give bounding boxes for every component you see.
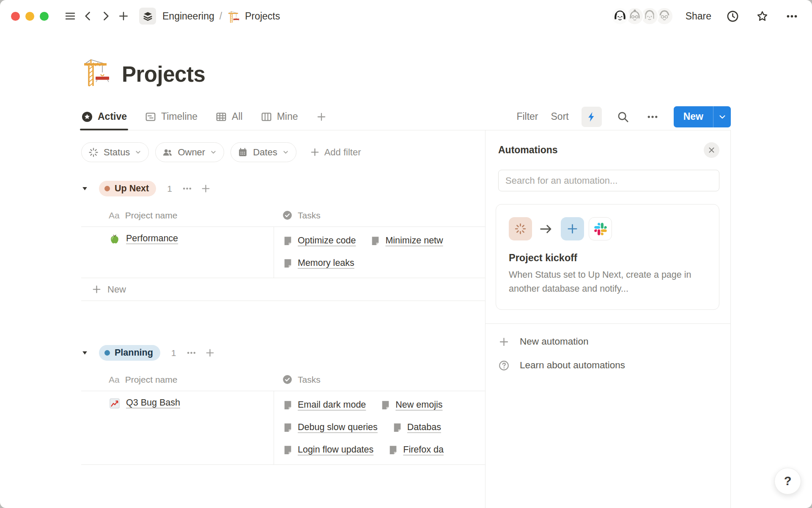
more-options-button[interactable]: [783, 8, 800, 25]
column-header-project-name[interactable]: Project name: [125, 375, 178, 385]
breadcrumb-workspace[interactable]: Engineering: [162, 11, 214, 22]
add-filter-button[interactable]: Add filter: [310, 147, 361, 158]
tab-label: Mine: [277, 111, 298, 122]
tab-active[interactable]: Active: [81, 103, 127, 130]
chevron-left-icon: [82, 10, 94, 22]
learn-about-automations-button[interactable]: Learn about automations: [498, 353, 719, 377]
task-link[interactable]: New emojis: [380, 400, 442, 410]
filter-chip-dates[interactable]: Dates: [230, 142, 296, 162]
automation-search-input[interactable]: [498, 170, 719, 191]
search-view-button[interactable]: [614, 108, 631, 125]
column-header-tasks[interactable]: Tasks: [298, 375, 321, 385]
ellipsis-icon: [646, 110, 659, 123]
column-header-tasks[interactable]: Tasks: [298, 210, 321, 221]
favorite-button[interactable]: [754, 8, 771, 25]
group-add-button[interactable]: [198, 181, 214, 196]
view-more-button[interactable]: [644, 108, 661, 125]
group-add-button[interactable]: [202, 345, 217, 361]
automations-panel: Automations: [486, 130, 731, 508]
group-more-button[interactable]: [180, 181, 195, 196]
tasks-cell: Optimize code Minimize netw: [274, 227, 485, 278]
new-automation-button[interactable]: New automation: [498, 330, 719, 353]
chevron-down-icon: [282, 149, 289, 156]
group-name: Planning: [115, 348, 153, 358]
star-circle-icon: [81, 111, 93, 123]
close-window-button[interactable]: [11, 12, 20, 21]
chip-label: Status: [104, 147, 130, 158]
help-button[interactable]: ?: [774, 468, 801, 494]
minimize-window-button[interactable]: [25, 12, 34, 21]
task-link[interactable]: Login flow updates: [283, 444, 373, 455]
chevron-down-icon: [134, 149, 142, 156]
breadcrumb-separator: /: [219, 11, 222, 22]
chevron-right-icon: [100, 10, 112, 22]
task-link[interactable]: Debug slow queries: [283, 422, 378, 433]
sidebar-toggle-button[interactable]: [61, 7, 79, 25]
back-button[interactable]: [79, 7, 97, 25]
chart-increasing-emoji: [109, 398, 121, 409]
calendar-icon: [237, 147, 248, 158]
filter-chip-owner[interactable]: Owner: [155, 142, 224, 162]
workspace-icon[interactable]: [139, 8, 156, 25]
sort-button[interactable]: Sort: [551, 111, 569, 122]
zoom-window-button[interactable]: [40, 12, 49, 21]
group-status-badge[interactable]: Planning: [99, 345, 160, 361]
triangle-down-icon: [81, 349, 88, 356]
arrow-right-icon: [538, 221, 554, 237]
close-icon: [707, 146, 716, 155]
close-panel-button[interactable]: [704, 142, 719, 158]
add-view-button[interactable]: [316, 111, 327, 122]
table-view-icon: [215, 111, 227, 123]
page-title[interactable]: Projects: [122, 63, 205, 86]
new-button[interactable]: New: [674, 106, 713, 127]
automations-button[interactable]: [582, 107, 602, 127]
board-view-icon: [261, 111, 272, 123]
task-link[interactable]: Email dark mode: [283, 400, 366, 410]
filter-button[interactable]: Filter: [516, 111, 538, 122]
clock-icon: [726, 10, 739, 23]
ellipsis-icon: [186, 348, 197, 358]
automation-card[interactable]: Project kickoff When Status set to Up Ne…: [496, 204, 719, 310]
tab-label: Active: [98, 111, 127, 122]
avatar[interactable]: [611, 7, 629, 25]
new-row-button[interactable]: New: [81, 278, 485, 301]
project-link[interactable]: Performance: [126, 233, 178, 244]
new-dropdown-button[interactable]: [713, 106, 731, 127]
breadcrumb-page[interactable]: Projects: [245, 11, 280, 22]
view-tabs: Active Timeline All Mine: [81, 103, 327, 130]
breadcrumb: Engineering / Projects: [139, 8, 280, 25]
status-dot: [104, 186, 110, 191]
crane-emoji: [227, 10, 240, 23]
tab-mine[interactable]: Mine: [261, 103, 298, 130]
task-link[interactable]: Minimize netw: [370, 235, 443, 246]
task-link[interactable]: Firefox da: [388, 444, 444, 455]
table-row: Performance Optimize code Minimize: [81, 227, 485, 278]
task-link[interactable]: Optimize code: [283, 235, 356, 246]
task-link[interactable]: Memory leaks: [283, 258, 354, 268]
share-button[interactable]: Share: [686, 11, 711, 22]
group-collapse-button[interactable]: [81, 346, 94, 360]
group-collapse-button[interactable]: [81, 182, 94, 196]
page-icon: [283, 400, 293, 410]
tab-all[interactable]: All: [215, 103, 243, 130]
new-split-button: New: [674, 106, 731, 127]
chevron-down-icon: [210, 149, 217, 156]
new-page-button[interactable]: [115, 7, 132, 25]
plus-icon: [91, 284, 102, 295]
filter-chip-status[interactable]: Status: [81, 142, 149, 162]
task-link[interactable]: Databas: [392, 422, 441, 433]
group-name: Up Next: [115, 183, 149, 194]
group-status-badge[interactable]: Up Next: [99, 181, 156, 196]
tab-label: All: [232, 111, 243, 122]
tab-timeline[interactable]: Timeline: [145, 103, 198, 130]
green-apple-emoji: [109, 233, 121, 245]
status-dot: [104, 350, 110, 356]
group-planning: Planning 1 Aa Project name: [81, 345, 485, 465]
crane-emoji[interactable]: [81, 56, 112, 86]
forward-button[interactable]: [97, 7, 115, 25]
group-more-button[interactable]: [184, 345, 199, 361]
column-header-project-name[interactable]: Project name: [125, 210, 178, 221]
plus-icon: [310, 147, 320, 157]
updates-button[interactable]: [724, 8, 741, 25]
project-link[interactable]: Q3 Bug Bash: [126, 398, 180, 408]
